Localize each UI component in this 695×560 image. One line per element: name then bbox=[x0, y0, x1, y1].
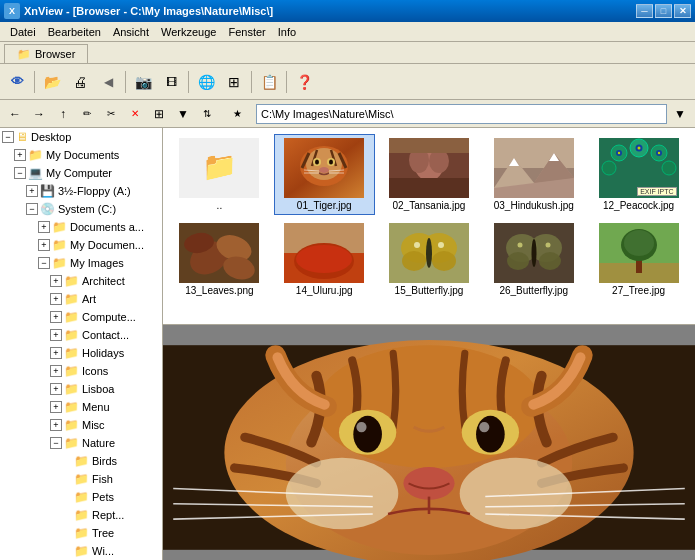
menu-ansicht[interactable]: Ansicht bbox=[107, 24, 155, 40]
expand-misc[interactable]: + bbox=[50, 419, 62, 431]
folder-up-img: 📁 bbox=[179, 138, 259, 198]
sidebar-item-systemc[interactable]: − 💿 System (C:) bbox=[0, 200, 162, 218]
expand-contact[interactable]: + bbox=[50, 329, 62, 341]
nav-sort-btn[interactable]: ⇅ bbox=[196, 103, 218, 125]
sidebar-label-pets: Pets bbox=[92, 491, 114, 503]
sidebar-item-holidays[interactable]: + 📁 Holidays bbox=[0, 344, 162, 362]
sidebar-item-desktop[interactable]: − 🖥 Desktop bbox=[0, 128, 162, 146]
contact-icon: 📁 bbox=[64, 328, 79, 342]
sidebar-label-birds: Birds bbox=[92, 455, 117, 467]
nav-grid-btn[interactable]: ⊞ bbox=[148, 103, 170, 125]
nav-forward-btn[interactable]: → bbox=[28, 103, 50, 125]
thumb-butterfly2[interactable]: 26_Butterfly.jpg bbox=[483, 219, 584, 300]
expand-holidays[interactable]: + bbox=[50, 347, 62, 359]
camera-button[interactable]: 📷 bbox=[130, 69, 156, 95]
tab-browser[interactable]: 📁 Browser bbox=[4, 44, 88, 63]
sidebar-label-icons: Icons bbox=[82, 365, 108, 377]
thumb-tansania[interactable]: 02_Tansania.jpg bbox=[379, 134, 480, 215]
thumb-folder-up[interactable]: 📁 .. bbox=[169, 134, 270, 215]
hindukush-label: 03_Hindukush.jpg bbox=[494, 200, 574, 211]
sidebar-item-lisboa[interactable]: + 📁 Lisboa bbox=[0, 380, 162, 398]
nav-delete-btn[interactable]: ✕ bbox=[124, 103, 146, 125]
menu-info[interactable]: Info bbox=[272, 24, 302, 40]
tree-label: 27_Tree.jpg bbox=[612, 285, 665, 296]
thumb-leaves[interactable]: 13_Leaves.png bbox=[169, 219, 270, 300]
menu-werkzeuge[interactable]: Werkzeuge bbox=[155, 24, 222, 40]
lisboa-icon: 📁 bbox=[64, 382, 79, 396]
app-logo-button[interactable]: 👁 bbox=[4, 69, 30, 95]
svg-point-56 bbox=[432, 251, 456, 271]
thumb-hindukush[interactable]: 03_Hindukush.jpg bbox=[483, 134, 584, 215]
menu-bearbeiten[interactable]: Bearbeiten bbox=[42, 24, 107, 40]
sidebar-item-floppy[interactable]: + 💾 3½-Floppy (A:) bbox=[0, 182, 162, 200]
expand-mycomputer[interactable]: − bbox=[14, 167, 26, 179]
svg-point-81 bbox=[356, 422, 366, 432]
sidebar-item-myimages[interactable]: − 📁 My Images bbox=[0, 254, 162, 272]
print-button[interactable]: 🖨 bbox=[67, 69, 93, 95]
expand-mydocsc[interactable]: + bbox=[38, 239, 50, 251]
expand-icons[interactable]: + bbox=[50, 365, 62, 377]
expand-docssettings[interactable]: + bbox=[38, 221, 50, 233]
maximize-button[interactable]: □ bbox=[655, 4, 672, 18]
sidebar-item-rept[interactable]: 📁 Rept... bbox=[0, 506, 162, 524]
sidebar-item-docssettings[interactable]: + 📁 Documents a... bbox=[0, 218, 162, 236]
expand-mydocs[interactable]: + bbox=[14, 149, 26, 161]
nav-back-btn[interactable]: ← bbox=[4, 103, 26, 125]
expand-art[interactable]: + bbox=[50, 293, 62, 305]
mycomputer-icon: 💻 bbox=[28, 166, 43, 180]
expand-compute[interactable]: + bbox=[50, 311, 62, 323]
nav-back-button[interactable]: ◀ bbox=[95, 69, 121, 95]
film-button[interactable]: 🎞 bbox=[158, 69, 184, 95]
nav-edit-btn[interactable]: ✏ bbox=[76, 103, 98, 125]
sidebar-label-docssettings: Documents a... bbox=[70, 221, 144, 233]
expand-nature[interactable]: − bbox=[50, 437, 62, 449]
expand-systemc[interactable]: − bbox=[26, 203, 38, 215]
thumb-uluru[interactable]: 14_Uluru.jpg bbox=[274, 219, 375, 300]
expand-menu[interactable]: + bbox=[50, 401, 62, 413]
nav-cut-btn[interactable]: ✂ bbox=[100, 103, 122, 125]
sidebar-item-menu[interactable]: + 📁 Menu bbox=[0, 398, 162, 416]
path-input[interactable] bbox=[256, 104, 667, 124]
sidebar-item-misc[interactable]: + 📁 Misc bbox=[0, 416, 162, 434]
expand-floppy[interactable]: + bbox=[26, 185, 38, 197]
art-icon: 📁 bbox=[64, 292, 79, 306]
toolbar-sep-3 bbox=[188, 71, 189, 93]
thumb-tree[interactable]: 27_Tree.jpg bbox=[588, 219, 689, 300]
clipboard-button[interactable]: 📋 bbox=[256, 69, 282, 95]
nav-bookmark-btn[interactable]: ★ bbox=[226, 103, 248, 125]
sidebar-item-mycomputer[interactable]: − 💻 My Computer bbox=[0, 164, 162, 182]
sidebar-item-architect[interactable]: + 📁 Architect bbox=[0, 272, 162, 290]
path-go-btn[interactable]: ▼ bbox=[669, 103, 691, 125]
minimize-button[interactable]: ─ bbox=[636, 4, 653, 18]
thumb-butterfly1[interactable]: 15_Butterfly.jpg bbox=[379, 219, 480, 300]
thumb-peacock[interactable]: EXIF IPTC 12_Peacock.jpg bbox=[588, 134, 689, 215]
sidebar-item-pets[interactable]: 📁 Pets bbox=[0, 488, 162, 506]
expand-lisboa[interactable]: + bbox=[50, 383, 62, 395]
nav-up-btn[interactable]: ↑ bbox=[52, 103, 74, 125]
expand-architect[interactable]: + bbox=[50, 275, 62, 287]
sidebar-item-mydocsc[interactable]: + 📁 My Documen... bbox=[0, 236, 162, 254]
help-button[interactable]: ❓ bbox=[291, 69, 317, 95]
expand-desktop[interactable]: − bbox=[2, 131, 14, 143]
sidebar-item-wi[interactable]: 📁 Wi... bbox=[0, 542, 162, 560]
menu-fenster[interactable]: Fenster bbox=[222, 24, 271, 40]
sidebar-item-icons[interactable]: + 📁 Icons bbox=[0, 362, 162, 380]
grid-view-button[interactable]: ⊞ bbox=[221, 69, 247, 95]
open-folder-button[interactable]: 📂 bbox=[39, 69, 65, 95]
sidebar-item-nature[interactable]: − 📁 Nature bbox=[0, 434, 162, 452]
sidebar-item-mydocs[interactable]: + 📁 My Documents bbox=[0, 146, 162, 164]
web-button[interactable]: 🌐 bbox=[193, 69, 219, 95]
sidebar-item-contact[interactable]: + 📁 Contact... bbox=[0, 326, 162, 344]
sidebar-item-fish[interactable]: 📁 Fish bbox=[0, 470, 162, 488]
menu-datei[interactable]: Datei bbox=[4, 24, 42, 40]
sidebar-item-compute[interactable]: + 📁 Compute... bbox=[0, 308, 162, 326]
nav-dropdown-btn[interactable]: ▼ bbox=[172, 103, 194, 125]
sidebar-item-art[interactable]: + 📁 Art bbox=[0, 290, 162, 308]
svg-point-67 bbox=[545, 243, 550, 248]
sidebar-item-birds[interactable]: 📁 Birds bbox=[0, 452, 162, 470]
sidebar-item-tree[interactable]: 📁 Tree bbox=[0, 524, 162, 542]
expand-myimages[interactable]: − bbox=[38, 257, 50, 269]
close-button[interactable]: ✕ bbox=[674, 4, 691, 18]
butterfly1-img bbox=[389, 223, 469, 283]
thumb-tiger[interactable]: 01_Tiger.jpg bbox=[274, 134, 375, 215]
